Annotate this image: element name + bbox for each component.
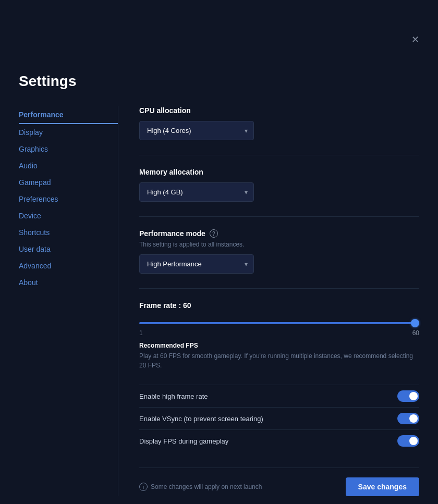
- close-button[interactable]: ✕: [409, 33, 421, 46]
- performance-mode-subtext: This setting is applied to all instances…: [139, 241, 419, 248]
- frame-rate-slider[interactable]: [139, 322, 419, 324]
- frame-rate-slider-container: [139, 317, 419, 326]
- page-title: Settings: [19, 73, 419, 90]
- slider-range-labels: 1 60: [139, 329, 419, 337]
- save-changes-button[interactable]: Save changes: [346, 477, 419, 496]
- modal-overlay: ✕ Settings Performance Display Graphics …: [0, 0, 438, 504]
- footer-note: i Some changes will apply on next launch: [139, 483, 262, 491]
- performance-mode-wrapper: High Performance Balanced Power Saver ▾: [139, 254, 254, 274]
- sidebar-item-shortcuts[interactable]: Shortcuts: [19, 224, 118, 241]
- toggle-display-fps[interactable]: [397, 435, 419, 447]
- sidebar-item-preferences[interactable]: Preferences: [19, 191, 118, 207]
- footer-info-icon: i: [139, 483, 148, 491]
- toggle-label-vsync: Enable VSync (to prevent screen tearing): [139, 415, 263, 423]
- frame-rate-section: Frame rate : 60 1 60 Recommended FPS Pla…: [139, 301, 419, 370]
- toggle-high-frame-rate[interactable]: [397, 390, 419, 402]
- toggle-row-vsync: Enable VSync (to prevent screen tearing): [139, 407, 419, 429]
- performance-mode-label-row: Performance mode ?: [139, 229, 419, 238]
- toggle-row-high-frame-rate: Enable high frame rate: [139, 385, 419, 407]
- cpu-allocation-label: CPU allocation: [139, 106, 419, 115]
- performance-mode-help-icon[interactable]: ?: [210, 229, 218, 238]
- performance-mode-dropdown[interactable]: High Performance Balanced Power Saver: [139, 254, 254, 274]
- toggle-high-frame-rate-slider: [397, 390, 419, 402]
- cpu-allocation-wrapper: High (4 Cores) Medium (2 Cores) Low (1 C…: [139, 121, 254, 140]
- recommended-fps-text: Play at 60 FPS for smooth gameplay. If y…: [139, 351, 419, 370]
- slider-max-label: 60: [412, 329, 419, 337]
- main-content: CPU allocation High (4 Cores) Medium (2 …: [118, 106, 419, 496]
- toggle-display-fps-slider: [397, 435, 419, 447]
- settings-container: Settings Performance Display Graphics Au…: [19, 73, 419, 462]
- sidebar-item-gamepad[interactable]: Gamepad: [19, 174, 118, 191]
- toggle-vsync-slider: [397, 413, 419, 424]
- memory-allocation-wrapper: High (4 GB) Medium (2 GB) Low (1 GB) ▾: [139, 182, 254, 202]
- performance-mode-label: Performance mode: [139, 229, 205, 238]
- recommended-fps-title: Recommended FPS: [139, 342, 419, 349]
- divider-3: [139, 288, 419, 289]
- cpu-allocation-dropdown[interactable]: High (4 Cores) Medium (2 Cores) Low (1 C…: [139, 121, 254, 140]
- memory-allocation-dropdown[interactable]: High (4 GB) Medium (2 GB) Low (1 GB): [139, 182, 254, 202]
- memory-allocation-label: Memory allocation: [139, 168, 419, 176]
- toggle-label-high-frame-rate: Enable high frame rate: [139, 392, 208, 400]
- toggle-label-display-fps: Display FPS during gameplay: [139, 437, 228, 445]
- footer-note-text: Some changes will apply on next launch: [151, 483, 262, 490]
- sidebar-item-about[interactable]: About: [19, 274, 118, 291]
- sidebar-item-advanced[interactable]: Advanced: [19, 257, 118, 274]
- slider-min-label: 1: [139, 329, 143, 337]
- sidebar-item-graphics[interactable]: Graphics: [19, 141, 118, 157]
- sidebar-item-user-data[interactable]: User data: [19, 241, 118, 257]
- cpu-allocation-section: CPU allocation High (4 Cores) Medium (2 …: [139, 106, 419, 140]
- toggle-vsync[interactable]: [397, 413, 419, 424]
- memory-allocation-section: Memory allocation High (4 GB) Medium (2 …: [139, 168, 419, 202]
- sidebar-item-display[interactable]: Display: [19, 124, 118, 141]
- footer-row: i Some changes will apply on next launch…: [139, 468, 419, 496]
- frame-rate-label: Frame rate : 60: [139, 301, 419, 310]
- toggle-rows: Enable high frame rate Enable VSync (to …: [139, 385, 419, 452]
- settings-body: Performance Display Graphics Audio Gamep…: [19, 106, 419, 496]
- divider-2: [139, 216, 419, 217]
- divider-1: [139, 155, 419, 155]
- sidebar-item-device[interactable]: Device: [19, 207, 118, 224]
- sidebar-item-audio[interactable]: Audio: [19, 157, 118, 174]
- sidebar: Performance Display Graphics Audio Gamep…: [19, 106, 118, 496]
- toggle-row-display-fps: Display FPS during gameplay: [139, 429, 419, 452]
- sidebar-item-performance[interactable]: Performance: [19, 106, 118, 124]
- performance-mode-section: Performance mode ? This setting is appli…: [139, 229, 419, 274]
